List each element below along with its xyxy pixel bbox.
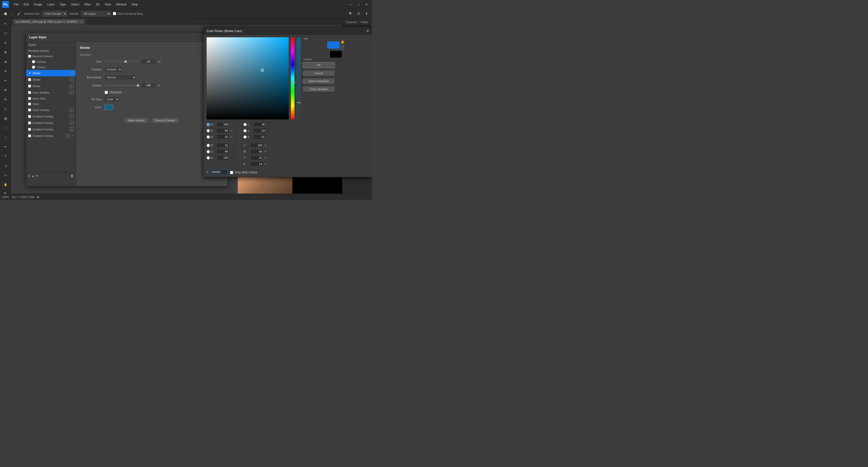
reset-to-default-button[interactable]: Reset to Default <box>151 117 179 123</box>
ls-item-color-overlay[interactable]: Color Overlay + <box>26 107 75 113</box>
blur-tool[interactable]: ◌ <box>1 123 10 133</box>
lasso-tool[interactable]: ⊙ <box>1 38 10 47</box>
contour-checkbox[interactable] <box>32 60 35 63</box>
satin-checkbox[interactable] <box>28 103 31 106</box>
l-radio[interactable] <box>243 123 247 126</box>
canvas-tab-close[interactable]: ✕ <box>80 21 82 23</box>
c-input[interactable] <box>250 143 263 148</box>
select-tool[interactable]: ▢ <box>1 29 10 38</box>
ls-item-inner-shadow[interactable]: Inner Shadow + <box>26 89 75 96</box>
h-radio[interactable] <box>207 123 210 126</box>
k-input[interactable] <box>250 162 263 167</box>
opacity-input[interactable] <box>141 83 156 88</box>
ls-item-gradient-overlay2[interactable]: Gradient Overlay + <box>26 120 75 126</box>
sample-select[interactable]: All Layers <box>81 11 111 17</box>
tab-layers[interactable]: Layers <box>371 20 372 24</box>
s-input[interactable] <box>216 128 229 133</box>
stamp-tool[interactable]: ⊕ <box>1 86 10 94</box>
size-slider-thumb[interactable] <box>124 60 127 62</box>
menu-window[interactable]: Window <box>114 2 129 7</box>
menu-3d[interactable]: 3D <box>94 2 101 7</box>
bevel-checkbox[interactable] <box>28 55 31 58</box>
h-input[interactable] <box>216 122 229 127</box>
g-input[interactable] <box>216 149 229 154</box>
ls-item-blending[interactable]: Blending Options <box>26 48 75 54</box>
alpha-strip[interactable] <box>297 37 301 119</box>
g-radio[interactable] <box>207 150 210 153</box>
menu-filter[interactable]: Filter <box>82 2 93 7</box>
eyedropper-tool[interactable]: ◈ <box>1 57 10 66</box>
position-select[interactable]: Outside <box>104 67 122 72</box>
heal-tool[interactable]: ✢ <box>1 67 10 76</box>
color-libraries-button[interactable]: Color Libraries <box>303 86 335 92</box>
ls-item-gradient-overlay4[interactable]: Gradient Overlay + ▼ <box>26 133 75 139</box>
ls-item-stroke-active[interactable]: Stroke + <box>26 70 75 77</box>
sample-size-select[interactable]: Point Sample <box>42 11 67 17</box>
stroke-active-checkbox[interactable] <box>28 72 31 75</box>
gradient-overlay2-add-btn[interactable]: + <box>70 121 73 125</box>
b2-input[interactable] <box>253 134 266 139</box>
stroke3-add-btn[interactable]: + <box>70 84 73 88</box>
l-input[interactable] <box>253 122 266 127</box>
ls-item-stroke2[interactable]: Stroke + <box>26 77 75 83</box>
texture-checkbox[interactable] <box>32 66 35 69</box>
brush-tool[interactable]: ✏ <box>1 76 10 85</box>
ls-item-texture[interactable]: Texture <box>26 64 75 70</box>
hand-tool[interactable]: ✋ <box>1 180 10 189</box>
move-up-icon[interactable]: ▲ <box>32 174 35 177</box>
opacity-slider-thumb[interactable] <box>136 84 140 86</box>
crop-tool[interactable]: ⊞ <box>1 48 10 57</box>
maximize-button[interactable]: □ <box>355 1 362 8</box>
path-select-tool[interactable]: ◁ <box>1 161 10 170</box>
blend-mode-select[interactable]: Normal <box>104 75 136 80</box>
a-input[interactable] <box>253 128 266 133</box>
ls-item-bevel[interactable]: Bevel & Emboss <box>26 54 75 59</box>
pen-tool[interactable]: ✒ <box>1 142 10 151</box>
opacity-slider-track[interactable] <box>104 85 139 86</box>
show-sampling-ring-checkbox[interactable] <box>113 12 116 15</box>
ls-item-inner-glow[interactable]: Inner Glow <box>26 96 75 101</box>
inner-shadow-add-btn[interactable]: + <box>70 91 73 94</box>
make-default-button[interactable]: Make Default <box>124 117 149 123</box>
overprint-checkbox[interactable] <box>105 91 108 94</box>
color-overlay-checkbox[interactable] <box>28 109 31 112</box>
history-tool[interactable]: ⟳ <box>1 95 10 104</box>
r-input[interactable] <box>216 143 229 148</box>
cancel-button[interactable]: Cancel <box>303 70 335 76</box>
move-tool[interactable]: ↖ <box>1 20 10 28</box>
canvas-tab[interactable]: cat-2068462_1920.jpg @ 100% (Layer 0, RG… <box>13 19 85 24</box>
m-input[interactable] <box>250 149 263 154</box>
gradient-overlay4-add-btn[interactable]: + <box>66 134 70 138</box>
color-picker-close[interactable]: ✕ <box>366 29 369 33</box>
menu-view[interactable]: View <box>103 2 113 7</box>
b2-radio[interactable] <box>243 135 247 139</box>
only-web-colors-checkbox[interactable] <box>230 171 233 174</box>
gradient-overlay3-add-btn[interactable]: + <box>70 127 73 132</box>
bl-radio[interactable] <box>207 156 210 159</box>
dodge-tool[interactable]: ○ <box>1 133 10 142</box>
stroke-active-add-btn[interactable]: + <box>70 71 73 75</box>
gradient-overlay3-checkbox[interactable] <box>28 128 31 131</box>
close-button[interactable]: ✕ <box>363 1 370 8</box>
gradient-overlay1-checkbox[interactable] <box>28 115 31 118</box>
gradient-overlay1-add-btn[interactable]: + <box>70 114 73 118</box>
gradient-tool[interactable]: ▤ <box>1 114 10 123</box>
stroke2-add-btn[interactable]: + <box>70 78 73 82</box>
share-icon[interactable]: ⬆ <box>363 10 370 17</box>
menu-type[interactable]: Type <box>57 2 68 7</box>
color-overlay-add-btn[interactable]: + <box>70 108 73 112</box>
workspace-icon[interactable]: ☰ <box>355 10 362 17</box>
menu-edit[interactable]: Edit <box>22 2 31 7</box>
gradient-overlay2-checkbox[interactable] <box>28 121 31 124</box>
y-input[interactable] <box>250 155 263 160</box>
a-radio[interactable] <box>243 129 247 133</box>
stroke3-checkbox[interactable] <box>28 85 31 88</box>
ls-item-contour[interactable]: Contour <box>26 59 75 64</box>
delete-icon[interactable]: 🗑 <box>71 174 73 178</box>
color-swatch[interactable] <box>104 105 113 110</box>
move-down-icon[interactable]: ▼ <box>36 174 38 177</box>
r-radio[interactable] <box>207 144 210 147</box>
text-tool[interactable]: T <box>1 152 10 161</box>
styles-scroll-area[interactable]: Blending Options Bevel & Emboss Contour … <box>26 48 75 172</box>
s-radio[interactable] <box>207 129 210 133</box>
